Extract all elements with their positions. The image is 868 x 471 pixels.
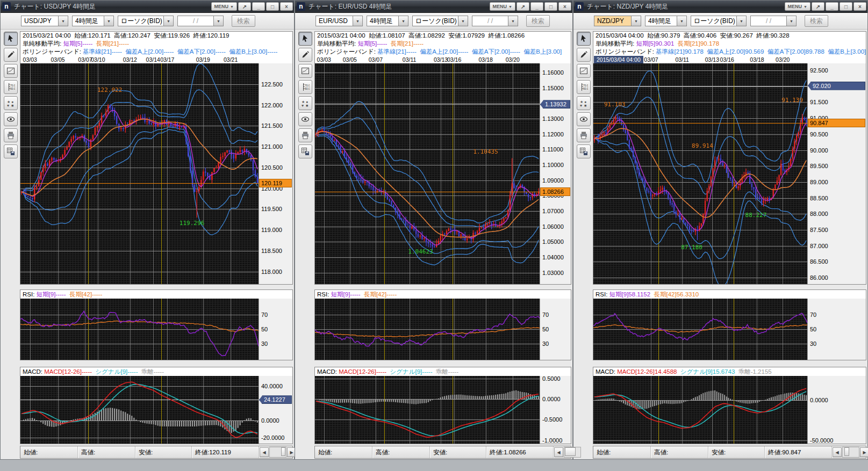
search-button[interactable]: 検索: [805, 15, 828, 27]
scrollbar-track[interactable]: [269, 447, 286, 458]
scroll-left-button[interactable]: ◀: [260, 447, 269, 457]
popout-button[interactable]: ↗: [812, 2, 824, 11]
chart-style-select[interactable]: ローソク(BID) ▼: [118, 16, 174, 26]
search-button[interactable]: 検索: [232, 15, 255, 27]
chevron-down-icon[interactable]: ▼: [213, 16, 224, 26]
main-chart-canvas[interactable]: [593, 63, 807, 284]
timeframe-select[interactable]: 4時間足 ▼: [367, 16, 408, 26]
rsi-canvas[interactable]: [593, 299, 807, 360]
chevron-down-icon[interactable]: ▼: [631, 16, 641, 26]
date-input[interactable]: / /: [472, 16, 508, 26]
scrollbar-track[interactable]: [564, 447, 581, 458]
minimize-button[interactable]: _: [530, 2, 543, 11]
chart-style-value[interactable]: ローソク(BID): [691, 16, 736, 26]
chevron-down-icon[interactable]: ▼: [508, 16, 518, 26]
search-button[interactable]: 検索: [526, 15, 550, 27]
pair-value[interactable]: NZD/JPY: [594, 16, 631, 26]
pair-select[interactable]: EUR/USD ▼: [315, 16, 363, 26]
close-button[interactable]: ×: [558, 2, 571, 11]
maximize-button[interactable]: □: [544, 2, 557, 11]
main-chart-canvas[interactable]: [315, 63, 540, 284]
indicator-tool-button[interactable]: [577, 64, 591, 78]
chevron-down-icon[interactable]: ▼: [786, 16, 797, 26]
pair-value[interactable]: USD/JPY: [21, 16, 58, 26]
export-data-button[interactable]: [4, 144, 18, 158]
scrollbar-thumb[interactable]: [281, 447, 285, 456]
date-picker[interactable]: / / ▼: [472, 16, 518, 26]
date-picker[interactable]: / / ▼: [177, 16, 224, 26]
chevron-down-icon[interactable]: ▼: [398, 16, 408, 26]
date-picker[interactable]: / / ▼: [750, 16, 797, 26]
popout-button[interactable]: ↗: [517, 2, 529, 11]
rsi-canvas[interactable]: [315, 299, 540, 360]
date-input[interactable]: / /: [177, 16, 213, 26]
marks-tool-button[interactable]: ★●♥■: [577, 96, 591, 110]
indicator-tool-button[interactable]: [298, 64, 312, 78]
menu-button[interactable]: MENU▼: [211, 2, 237, 11]
scale-tool-button[interactable]: 70.060.0: [4, 80, 18, 94]
print-button[interactable]: [4, 128, 18, 142]
marks-tool-button[interactable]: ★●♥■: [4, 96, 18, 110]
timeframe-value[interactable]: 4時間足: [645, 16, 677, 26]
cursor-tool-button[interactable]: [298, 32, 312, 46]
menu-button[interactable]: MENU▼: [490, 2, 515, 11]
chart-style-value[interactable]: ローソク(BID): [118, 16, 163, 26]
main-chart-canvas[interactable]: [20, 63, 259, 284]
menu-button[interactable]: MENU▼: [785, 2, 810, 11]
scrollbar-track[interactable]: [842, 447, 859, 458]
chevron-down-icon[interactable]: ▼: [104, 16, 114, 26]
cursor-tool-button[interactable]: [577, 32, 591, 46]
scrollbar-thumb[interactable]: [844, 447, 849, 456]
scroll-right-button[interactable]: ▶: [860, 447, 868, 457]
minimize-button[interactable]: _: [826, 2, 838, 11]
visibility-tool-button[interactable]: [4, 112, 18, 126]
pair-value[interactable]: EUR/USD: [315, 16, 353, 26]
scale-tool-button[interactable]: 70.060.0: [298, 80, 312, 94]
print-button[interactable]: [577, 128, 591, 142]
chevron-down-icon[interactable]: ▼: [677, 16, 687, 26]
print-button[interactable]: [298, 128, 312, 142]
export-data-button[interactable]: [577, 144, 591, 158]
chevron-down-icon[interactable]: ▼: [458, 16, 468, 26]
export-data-button[interactable]: [298, 144, 312, 158]
macd-canvas[interactable]: [20, 376, 259, 444]
cursor-tool-button[interactable]: [4, 32, 18, 46]
draw-tool-button[interactable]: [577, 48, 591, 62]
chevron-down-icon[interactable]: ▼: [163, 16, 174, 26]
date-input[interactable]: / /: [750, 16, 786, 26]
date-tick-label: 03/03: [23, 56, 37, 63]
scroll-left-button[interactable]: ◀: [554, 447, 563, 457]
pair-select[interactable]: NZD/JPY ▼: [594, 16, 641, 26]
scroll-left-button[interactable]: ◀: [833, 447, 842, 457]
timeframe-select[interactable]: 4時間足 ▼: [72, 16, 114, 26]
close-button[interactable]: ×: [853, 2, 866, 11]
popout-button[interactable]: ↗: [238, 2, 251, 11]
timeframe-value[interactable]: 4時間足: [367, 16, 398, 26]
marks-tool-button[interactable]: ★●♥■: [298, 96, 312, 110]
chevron-down-icon[interactable]: ▼: [736, 16, 747, 26]
timeframe-value[interactable]: 4時間足: [72, 16, 104, 26]
minimize-button[interactable]: _: [252, 2, 265, 11]
draw-tool-button[interactable]: [298, 48, 312, 62]
close-button[interactable]: ×: [280, 2, 293, 11]
chart-style-value[interactable]: ローソク(BID): [412, 16, 458, 26]
y-axis-label: 90.000: [810, 147, 828, 154]
macd-canvas[interactable]: [593, 376, 807, 444]
macd-canvas[interactable]: [315, 376, 540, 444]
visibility-tool-button[interactable]: [298, 112, 312, 126]
draw-tool-button[interactable]: [4, 48, 18, 62]
pair-select[interactable]: USD/JPY ▼: [21, 16, 68, 26]
visibility-tool-button[interactable]: [577, 112, 591, 126]
scrollbar-thumb[interactable]: [565, 447, 576, 456]
maximize-button[interactable]: □: [840, 2, 852, 11]
rsi-canvas[interactable]: [20, 299, 259, 360]
legend-segment: 乖離-1.2155: [735, 368, 771, 375]
chevron-down-icon[interactable]: ▼: [353, 16, 363, 26]
indicator-tool-button[interactable]: [4, 64, 18, 78]
chart-style-select[interactable]: ローソク(BID) ▼: [412, 16, 468, 26]
maximize-button[interactable]: □: [266, 2, 279, 11]
chart-style-select[interactable]: ローソク(BID) ▼: [691, 16, 747, 26]
timeframe-select[interactable]: 4時間足 ▼: [645, 16, 687, 26]
chevron-down-icon[interactable]: ▼: [58, 16, 68, 26]
scale-tool-button[interactable]: 70.060.0: [577, 80, 591, 94]
